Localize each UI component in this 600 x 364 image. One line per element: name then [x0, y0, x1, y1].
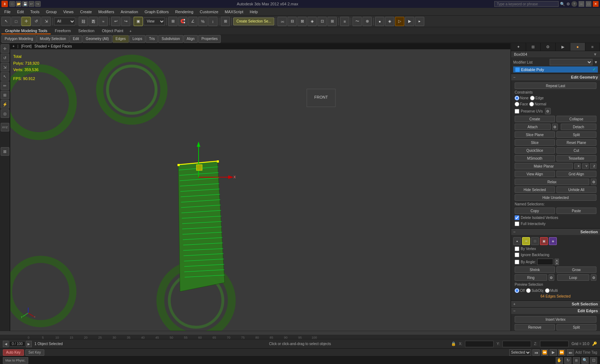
settings-icon[interactable]: ⚙ [566, 2, 570, 6]
tb-align-view[interactable]: ⊞ [328, 17, 337, 26]
collapse-btn[interactable]: Collapse [556, 116, 597, 122]
left-scale-tool[interactable]: ⇲ [1, 63, 9, 71]
ring-btn[interactable]: Ring [515, 274, 547, 281]
left-select-tool[interactable]: ↖ [1, 72, 9, 81]
viewport-nav-zoom[interactable]: 🔍 [581, 357, 589, 364]
insert-vertex-btn[interactable]: Insert Vertex [515, 316, 596, 323]
menu-tools[interactable]: Tools [28, 9, 42, 15]
sel-edge-icon[interactable]: ━ [522, 237, 530, 245]
tb-zoom-extents[interactable]: ⊞ [168, 17, 178, 26]
left-coord-display[interactable]: XYZ [1, 123, 9, 131]
tb-select[interactable]: ↖ [1, 17, 11, 26]
help-icon[interactable]: ? [571, 1, 577, 7]
tb-render[interactable]: ▷ [395, 17, 404, 26]
viewport-nav-arc-rotate[interactable]: ↻ [564, 357, 571, 364]
viewport-maximize[interactable]: ⊡ [590, 357, 597, 364]
tb-rotate[interactable]: ↺ [31, 17, 41, 26]
menu-file[interactable]: File [1, 9, 14, 15]
by-angle-value[interactable]: 45.0 [537, 259, 553, 265]
tb-render-last[interactable]: ▸ [415, 17, 424, 26]
quickslice-btn[interactable]: QuickSlice [515, 147, 555, 154]
grow-btn[interactable]: Grow [556, 266, 597, 273]
edit-geometry-header[interactable]: − Edit Geometry [511, 74, 600, 80]
tb-scale[interactable]: ⇲ [41, 17, 51, 26]
tb-redo[interactable]: ↪ [121, 17, 130, 26]
left-move-tool[interactable]: ✛ [1, 44, 9, 53]
tb-mirror[interactable]: ⫗ [278, 17, 287, 26]
cmd-tab-display[interactable]: ● [570, 43, 585, 51]
poly-tab-modify-selection[interactable]: Modify Selection [37, 35, 69, 43]
tb-schematic[interactable]: ⊗ [362, 17, 372, 26]
win-close[interactable]: ✕ [593, 1, 599, 7]
viewport-3d[interactable]: + | [Front] Shaded + Edged Faces Total P… [10, 43, 511, 331]
setkey-btn[interactable]: Set Key [25, 349, 44, 356]
preserve-uvs-settings[interactable]: ⚙ [545, 108, 551, 114]
sel-poly-icon[interactable]: ▣ [540, 237, 548, 245]
search-icon[interactable]: 🔍 [560, 2, 565, 6]
quick-access-new[interactable]: □ [9, 1, 15, 7]
by-vertex-checkbox[interactable] [515, 246, 519, 251]
tb-angle-snap[interactable]: ∠ [188, 17, 198, 26]
quick-access-redo[interactable]: ↪ [35, 1, 41, 7]
cut-btn[interactable]: Cut [556, 147, 597, 154]
viewport-scene[interactable]: x FRONT [10, 43, 510, 331]
max-to-physx-btn[interactable]: Max to Physc. [3, 357, 28, 364]
menu-customize[interactable]: Customize [197, 9, 221, 15]
split-btn[interactable]: Split [556, 131, 597, 138]
transport-to-end[interactable]: ⏭ [567, 349, 574, 356]
split-edge-btn[interactable]: Split [556, 324, 597, 330]
by-angle-up[interactable]: ▲ [555, 259, 559, 262]
menu-rendering[interactable]: Rendering [172, 9, 196, 15]
poly-tab-properties[interactable]: Properties [198, 35, 221, 43]
cmd-tab-create[interactable]: ✦ [511, 43, 526, 51]
menu-views[interactable]: Views [60, 9, 76, 15]
tessellate-btn[interactable]: Tessellate [556, 155, 597, 161]
view-align-btn[interactable]: View Align [515, 171, 555, 177]
menu-animation[interactable]: Animation [118, 9, 141, 15]
create-btn[interactable]: Create [515, 116, 555, 122]
selected-dropdown[interactable]: Selected [509, 349, 531, 356]
tb-percent-snap[interactable]: % [198, 17, 208, 26]
left-paint-tool[interactable]: ✏ [1, 81, 9, 90]
ribbon-tab-selection[interactable]: Selection [75, 28, 98, 34]
tb-edit-named[interactable]: ⊞ [221, 17, 230, 26]
key-icon[interactable]: 🔑 [592, 341, 597, 346]
copy-sel-btn[interactable]: Copy [515, 208, 555, 214]
ribbon-tab-object-paint[interactable]: Object Paint [98, 28, 127, 34]
attach-btn[interactable]: Attach [515, 124, 551, 130]
left-lights[interactable]: ⚡ [1, 100, 9, 109]
relax-settings[interactable]: ⚙ [591, 179, 596, 185]
tb-place-highlight[interactable]: ◈ [308, 17, 317, 26]
transport-next-frame[interactable]: ⏩ [558, 349, 565, 356]
menu-edit[interactable]: Edit [14, 9, 27, 15]
z-coord-input[interactable] [540, 341, 569, 347]
transport-to-start[interactable]: ⏮ [532, 349, 540, 356]
detach-btn[interactable]: Detach [561, 124, 597, 130]
loop-settings[interactable]: ⚙ [591, 274, 596, 281]
constraint-normal-radio[interactable] [529, 102, 534, 106]
y-coord-input[interactable] [502, 341, 531, 347]
tb-bind-space-warp[interactable]: ≈ [99, 17, 108, 26]
left-hierarchy[interactable]: ⊞ [1, 91, 9, 99]
poly-tab-tris[interactable]: Tris [146, 35, 158, 43]
sel-vertex-icon[interactable]: ● [513, 237, 521, 245]
quick-access-open[interactable]: 📂 [16, 1, 21, 7]
remove-btn[interactable]: Remove [515, 324, 555, 330]
select-filter[interactable]: All [54, 18, 75, 25]
reset-plane-btn[interactable]: Reset Plane [556, 139, 597, 146]
lock-icon[interactable]: 🔒 [451, 341, 456, 346]
tb-align[interactable]: ⊟ [288, 17, 297, 26]
quick-access-save[interactable]: 💾 [22, 1, 28, 7]
viewport-navigation-icon[interactable]: + [12, 44, 15, 48]
tb-link[interactable]: ⛓ [79, 17, 88, 26]
constraint-face-radio[interactable] [515, 102, 519, 106]
menu-create[interactable]: Create [77, 9, 95, 15]
selection-header[interactable]: − Selection [511, 229, 600, 235]
viewport-gizmo[interactable]: x y [21, 306, 35, 320]
menu-graph-editors[interactable]: Graph Editors [142, 9, 172, 15]
tb-render-prod[interactable]: ▶ [405, 17, 414, 26]
ring-settings[interactable]: ⚙ [549, 274, 554, 281]
viewport-nav-zoom-all[interactable]: ⊞ [573, 357, 580, 364]
constraint-edge-radio[interactable] [530, 96, 535, 100]
transport-prev-frame[interactable]: ⏪ [541, 349, 548, 356]
